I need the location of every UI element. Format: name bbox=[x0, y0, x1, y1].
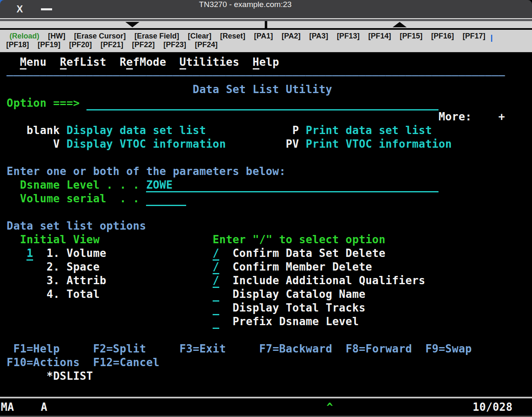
pa1-button[interactable]: [PA1] bbox=[254, 32, 273, 41]
spacer bbox=[0, 165, 7, 177]
fkey-f7-backward[interactable]: F7=Backward bbox=[259, 343, 333, 355]
option-prompt: Option ===> bbox=[7, 97, 80, 109]
pa3-button[interactable]: [PA3] bbox=[309, 32, 328, 41]
minimize-icon bbox=[41, 8, 52, 10]
fkey-f1-help[interactable]: F1=Help bbox=[13, 343, 60, 355]
pf13-button[interactable]: [PF13] bbox=[337, 32, 359, 41]
spacer bbox=[299, 138, 306, 150]
pf14-button[interactable]: [PF14] bbox=[368, 32, 391, 41]
spacer bbox=[226, 138, 286, 150]
initial-view-input[interactable]: 1 bbox=[26, 247, 33, 261]
volume-serial-input[interactable] bbox=[146, 192, 186, 206]
pf21-button[interactable]: [PF21] bbox=[101, 41, 123, 49]
terminal-row: 4. Total Display Catalog Name bbox=[0, 288, 532, 301]
fkey-f12-cancel[interactable]: F12=Cancel bbox=[93, 356, 160, 369]
spacer bbox=[0, 274, 46, 287]
confirm-member-delete-input[interactable]: / bbox=[213, 261, 219, 274]
spacer bbox=[0, 356, 7, 369]
spacer bbox=[219, 302, 232, 314]
display-total-tracks-input[interactable] bbox=[213, 302, 219, 315]
prefix-dsname-level-input[interactable] bbox=[213, 315, 219, 329]
confirm-data-set-delete-input[interactable]: / bbox=[213, 247, 219, 261]
pf20-button[interactable]: [PF20] bbox=[69, 41, 92, 49]
view-option-volume: 1. Volume bbox=[46, 247, 106, 259]
terminal-row: Volume serial . . bbox=[0, 192, 532, 206]
terminal-screen[interactable]: Menu RefList RefMode Utilities Help ────… bbox=[0, 53, 532, 397]
terminal-row: 2. Space / Confirm Member Delete bbox=[0, 260, 532, 274]
pa2-button[interactable]: [PA2] bbox=[282, 32, 301, 41]
titlebar[interactable]: X TN3270 - example.com:23 bbox=[0, 0, 532, 18]
menu-item-menu[interactable]: enu bbox=[26, 56, 46, 68]
close-button[interactable]: X bbox=[17, 0, 23, 18]
menu-item-utilities[interactable]: tilities bbox=[186, 56, 240, 68]
include-additional-qualifiers-input[interactable]: / bbox=[213, 274, 219, 288]
display-catalog-name-label: Display Catalog Name bbox=[232, 288, 365, 300]
clear-button[interactable]: [Clear] bbox=[188, 32, 211, 41]
right-panel-handle[interactable] bbox=[267, 21, 532, 28]
menu-item-reflist[interactable]: efList bbox=[67, 56, 106, 68]
left-panel-handle[interactable] bbox=[0, 21, 265, 28]
erase-field-button[interactable]: [Erase Field] bbox=[134, 32, 179, 41]
display-total-tracks-label: Display Total Tracks bbox=[232, 302, 365, 314]
hw-button[interactable]: [HW] bbox=[48, 32, 65, 41]
option-desc: Display VTOC information bbox=[67, 138, 226, 150]
pf15-button[interactable]: [PF15] bbox=[400, 32, 422, 41]
fkey-f2-split[interactable]: F2=Split bbox=[93, 343, 146, 355]
pf24-button[interactable]: [PF24] bbox=[195, 41, 218, 49]
pf17-button[interactable]: [PF17] bbox=[463, 32, 485, 41]
window-controls: X bbox=[17, 0, 52, 18]
fkey-f3-exit[interactable]: F3=Exit bbox=[180, 343, 226, 355]
spacer bbox=[0, 110, 439, 123]
terminal-row: Initial View Enter "/" to select option bbox=[0, 233, 532, 247]
spacer bbox=[219, 315, 232, 328]
reset-button[interactable]: [Reset] bbox=[220, 32, 245, 41]
pf16-button[interactable]: [PF16] bbox=[431, 32, 454, 41]
menu-item-refmode[interactable]: e bbox=[126, 56, 133, 70]
section-title: Data set list options bbox=[7, 220, 146, 232]
spacer bbox=[0, 70, 7, 82]
spacer bbox=[206, 124, 292, 137]
display-catalog-name-input[interactable] bbox=[213, 288, 219, 302]
spacer bbox=[0, 233, 20, 246]
spacer bbox=[299, 124, 306, 137]
menu-item-refmode[interactable]: R bbox=[120, 56, 126, 68]
menu-item-reflist[interactable]: R bbox=[60, 56, 67, 70]
menu-item-refmode[interactable]: fMode bbox=[133, 56, 166, 68]
toolbar-row: [PF18][PF19][PF20][PF21][PF22][PF23][PF2… bbox=[0, 41, 532, 49]
option-desc: Print data set list bbox=[306, 124, 432, 137]
fkey-f9-swap[interactable]: F9=Swap bbox=[425, 343, 472, 355]
spacer bbox=[60, 343, 93, 355]
fkey-f10-actions[interactable]: F10=Actions bbox=[7, 356, 80, 369]
status-ma-indicator: MA bbox=[1, 401, 14, 413]
menu-item-menu[interactable]: M bbox=[20, 56, 26, 70]
menu-item-help[interactable]: H bbox=[253, 56, 259, 70]
option-code-v: V bbox=[53, 138, 60, 150]
erase-cursor-button[interactable]: [Erase Cursor] bbox=[74, 32, 126, 41]
reload-button[interactable]: (Reload) bbox=[10, 32, 39, 41]
spacer bbox=[106, 56, 120, 68]
pf22-button[interactable]: [PF22] bbox=[132, 41, 155, 49]
terminal-row: Display Total Tracks bbox=[0, 301, 532, 315]
spacer bbox=[219, 261, 232, 273]
spacer bbox=[100, 261, 213, 273]
menu-item-utilities[interactable]: U bbox=[180, 56, 186, 70]
spacer bbox=[106, 274, 213, 287]
pf23-button[interactable]: [PF23] bbox=[163, 41, 186, 49]
spacer bbox=[0, 138, 53, 150]
option-input[interactable] bbox=[86, 97, 439, 110]
menu-item-help[interactable]: elp bbox=[259, 56, 279, 68]
option-desc: Print VTOC information bbox=[306, 138, 452, 150]
fkey-f8-forward[interactable]: F8=Forward bbox=[345, 343, 412, 355]
pf19-button[interactable]: [PF19] bbox=[38, 41, 60, 49]
prefix-dsname-level-label: Prefix Dsname Level bbox=[232, 315, 359, 328]
pf18-button[interactable]: [PF18] bbox=[6, 41, 29, 49]
terminal-row: Enter one or both of the parameters belo… bbox=[0, 165, 532, 178]
parameters-instruction: Enter one or both of the parameters belo… bbox=[7, 165, 286, 177]
terminal-row: Option ===> bbox=[0, 96, 532, 110]
minimize-button[interactable] bbox=[41, 0, 52, 18]
spacer bbox=[139, 192, 146, 205]
terminal-row: blank Display data set list P Print data… bbox=[0, 124, 532, 137]
option-code-blank: blank bbox=[26, 124, 60, 137]
dsname-level-input[interactable]: ZOWE bbox=[146, 179, 439, 192]
spacer bbox=[219, 274, 232, 287]
